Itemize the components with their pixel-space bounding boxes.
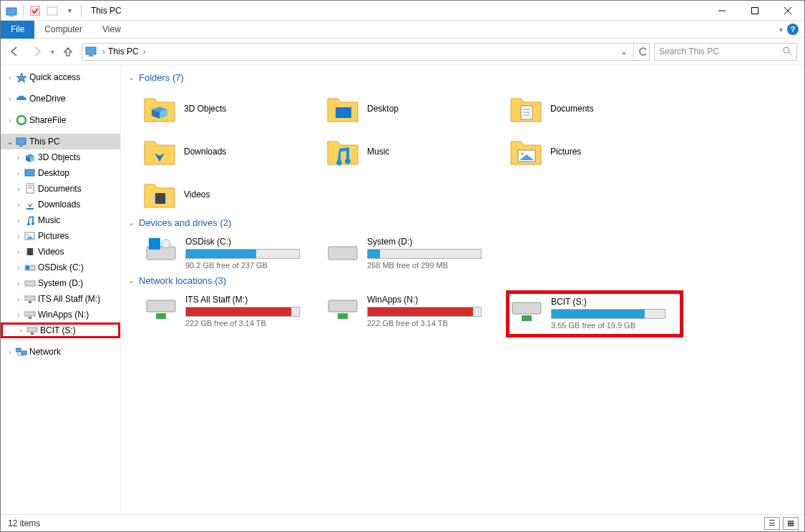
folder-videos[interactable]: Videos — [142, 173, 321, 216]
maximize-button[interactable] — [738, 1, 771, 21]
svg-rect-34 — [29, 301, 31, 303]
group-network-locations[interactable]: ⌄ Network locations (3) — [128, 275, 796, 286]
refresh-icon[interactable] — [633, 45, 646, 58]
network-drive-icon — [24, 292, 36, 305]
folder-icon — [509, 134, 543, 169]
chevron-down-icon[interactable]: ⌄ — [128, 276, 135, 285]
network-drive-icon — [326, 295, 360, 320]
sidebar-item-sharefile[interactable]: › ShareFile — [1, 112, 120, 128]
svg-rect-35 — [25, 312, 35, 316]
svg-line-11 — [789, 52, 791, 55]
address-row: ▾ › This PC › ⌄ Search This PC — [1, 39, 804, 65]
svg-marker-12 — [16, 73, 26, 82]
svg-rect-33 — [25, 296, 35, 300]
folder-desktop[interactable]: Desktop — [326, 87, 504, 130]
sidebar-item-system-d[interactable]: ›System (D:) — [1, 275, 120, 291]
qat-dropdown-icon[interactable]: ▾ — [62, 3, 77, 19]
documents-icon — [24, 182, 36, 195]
folder-downloads[interactable]: Downloads — [142, 130, 321, 173]
back-button[interactable] — [5, 42, 24, 61]
group-folders[interactable]: ⌄ Folders (7) — [128, 72, 796, 83]
sidebar-item-downloads[interactable]: ›Downloads — [1, 197, 120, 212]
drive-icon — [326, 237, 360, 262]
new-folder-icon[interactable] — [44, 3, 60, 19]
up-button[interactable] — [59, 42, 77, 61]
svg-rect-3 — [47, 7, 57, 15]
3d-objects-icon — [24, 151, 36, 164]
address-bar[interactable]: › This PC › ⌄ — [82, 43, 650, 61]
sidebar-item-winapps[interactable]: ›WinApps (N:) — [1, 307, 120, 322]
capacity-bar — [367, 249, 482, 259]
details-view-button[interactable]: ☰ — [764, 517, 780, 530]
folder-icon — [326, 134, 360, 169]
sidebar-item-videos[interactable]: ›Videos — [1, 244, 120, 260]
folder-icon — [326, 92, 360, 126]
svg-point-59 — [162, 240, 170, 248]
folder-music[interactable]: Music — [326, 130, 504, 173]
svg-point-25 — [27, 235, 29, 237]
sidebar-item-its-all-staff[interactable]: ›ITS All Staff (M:) — [1, 291, 120, 307]
sidebar-item-pictures[interactable]: ›Pictures — [1, 228, 120, 244]
properties-icon[interactable] — [27, 3, 43, 19]
netloc-bcit[interactable]: BCIT (S:) 3.55 GB free of 19.9 GB — [506, 290, 683, 338]
chevron-right-icon[interactable]: › — [143, 46, 146, 56]
capacity-bar — [367, 307, 482, 317]
sidebar: › Quick access › OneDrive › ShareFile ⌄ — [1, 65, 121, 514]
breadcrumb-this-pc[interactable]: This PC — [108, 46, 139, 56]
sidebar-item-quick-access[interactable]: › Quick access — [1, 69, 120, 85]
capacity-bar — [185, 307, 300, 317]
sidebar-item-desktop[interactable]: ›Desktop — [1, 165, 120, 181]
sidebar-item-this-pc[interactable]: ⌄ This PC — [1, 134, 120, 149]
help-icon[interactable]: ? — [787, 24, 799, 35]
expander-icon[interactable]: › — [5, 117, 15, 124]
address-dropdown-icon[interactable]: ⌄ — [620, 46, 628, 56]
minimize-button[interactable] — [706, 1, 738, 21]
titlebar: ▾ This PC — [1, 1, 804, 21]
netloc-its-all-staff[interactable]: ITS All Staff (M:) 222 GB free of 3.14 T… — [142, 290, 320, 338]
svg-rect-15 — [19, 145, 23, 147]
downloads-icon — [24, 198, 36, 211]
svg-rect-2 — [30, 6, 40, 16]
network-drive-icon — [509, 297, 544, 322]
forward-button[interactable] — [28, 42, 47, 61]
svg-rect-14 — [16, 138, 26, 144]
folder-documents[interactable]: Documents — [509, 87, 688, 130]
expander-icon[interactable]: › — [5, 95, 15, 103]
chevron-right-icon[interactable]: › — [102, 46, 105, 56]
netloc-winapps[interactable]: WinApps (N:) 222 GB free of 3.14 TB — [324, 290, 502, 338]
sidebar-item-osdisk[interactable]: ›OSDisk (C:) — [1, 260, 120, 275]
tab-computer[interactable]: Computer — [34, 21, 92, 37]
file-tab[interactable]: File — [1, 21, 34, 39]
capacity-bar — [185, 249, 300, 259]
sidebar-item-3d-objects[interactable]: ›3D Objects — [1, 149, 120, 165]
ribbon-expand-icon[interactable]: ▾ — [779, 26, 783, 34]
expander-icon[interactable]: › — [5, 74, 15, 82]
search-input[interactable]: Search This PC — [654, 43, 797, 61]
sidebar-item-onedrive[interactable]: › OneDrive — [1, 91, 120, 107]
content-pane: ⌄ Folders (7) 3D Objects Desktop Documen… — [121, 65, 804, 514]
svg-rect-39 — [16, 348, 21, 352]
drive-osdisk[interactable]: OSDisk (C:) 90.2 GB free of 237 GB — [142, 232, 320, 274]
sidebar-item-bcit[interactable]: ›BCIT (S:) — [1, 322, 120, 338]
close-button[interactable] — [771, 1, 804, 21]
svg-point-13 — [17, 116, 26, 124]
expander-open-icon[interactable]: ⌄ — [5, 138, 15, 146]
sidebar-item-documents[interactable]: ›Documents — [1, 181, 120, 197]
svg-rect-62 — [156, 313, 166, 319]
network-icon — [15, 345, 28, 358]
svg-rect-1 — [9, 16, 14, 16]
folder-3d-objects[interactable]: 3D Objects — [142, 87, 321, 130]
drive-system-d[interactable]: System (D:) 268 MB free of 299 MB — [324, 232, 502, 274]
chevron-down-icon[interactable]: ⌄ — [128, 73, 135, 82]
sidebar-item-music[interactable]: ›Music — [1, 212, 120, 228]
search-icon — [782, 46, 792, 58]
tab-view[interactable]: View — [92, 21, 131, 37]
network-drive-icon — [24, 308, 36, 321]
folder-pictures[interactable]: Pictures — [509, 130, 688, 173]
sidebar-item-network[interactable]: › Network — [1, 344, 120, 360]
drive-icon — [24, 277, 36, 290]
tiles-view-button[interactable]: ▦ — [783, 517, 799, 530]
recent-locations-icon[interactable]: ▾ — [51, 48, 54, 56]
group-drives[interactable]: ⌄ Devices and drives (2) — [128, 217, 796, 228]
chevron-down-icon[interactable]: ⌄ — [128, 218, 135, 227]
